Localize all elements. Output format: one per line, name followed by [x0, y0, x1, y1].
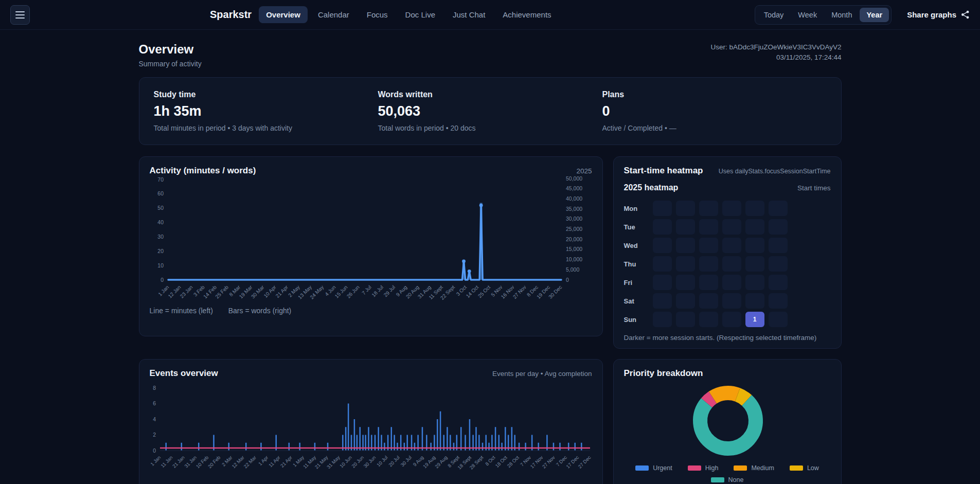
svg-text:50: 50: [157, 205, 164, 211]
legend-swatch: [711, 477, 724, 482]
legend-item-urgent: Urgent: [635, 464, 672, 472]
svg-text:10 Jun: 10 Jun: [338, 455, 353, 469]
svg-text:30,000: 30,000: [566, 216, 582, 222]
heatmap-cell: [769, 312, 788, 327]
svg-text:20: 20: [157, 248, 164, 254]
legend-swatch: [734, 465, 747, 471]
heatmap-row: Mon: [624, 201, 831, 216]
heatmap-cell: [769, 275, 788, 290]
stat-label: Plans: [602, 90, 827, 99]
heatmap-cell: [699, 312, 718, 327]
heatmap-cell: [722, 312, 741, 327]
heatmap-cell: [676, 275, 695, 290]
svg-text:10: 10: [157, 262, 164, 268]
heatmap-grid: MonTueWedThuFriSatSun1: [624, 201, 831, 327]
menu-button[interactable]: [10, 5, 30, 25]
heatmap-cell: [653, 238, 672, 253]
timeframe-today-button[interactable]: Today: [757, 8, 791, 22]
heatmap-day-label: Thu: [624, 260, 649, 268]
heatmap-cell: [676, 312, 695, 327]
svg-text:10 Jul: 10 Jul: [375, 455, 388, 468]
svg-text:20 Jun: 20 Jun: [350, 455, 365, 469]
svg-text:17 Nov: 17 Nov: [529, 454, 544, 469]
stat-label: Study time: [154, 90, 378, 99]
activity-chart-legend: Line = minutes (left) Bars = words (righ…: [150, 307, 592, 315]
svg-text:21 Apr: 21 Apr: [274, 284, 289, 299]
svg-text:23 Jan: 23 Jan: [179, 284, 193, 299]
nav-item-doc-live[interactable]: Doc Live: [398, 6, 442, 23]
svg-text:26 Jun: 26 Jun: [345, 284, 360, 299]
svg-text:35,000: 35,000: [566, 206, 582, 212]
svg-text:40,000: 40,000: [566, 195, 582, 202]
heatmap-cell: [722, 256, 741, 272]
heatmap-cell: [745, 275, 764, 290]
stat-subtext: Active / Completed • —: [602, 124, 827, 132]
heatmap-row: Tue: [624, 219, 831, 235]
heatmap-cell: [769, 293, 788, 309]
heatmap-day-label: Mon: [624, 205, 649, 212]
svg-text:70: 70: [157, 176, 164, 183]
timeframe-year-button[interactable]: Year: [860, 8, 889, 22]
svg-text:10,000: 10,000: [566, 256, 582, 262]
share-graphs-button[interactable]: Share graphs: [907, 10, 970, 19]
legend-swatch: [635, 465, 649, 471]
nav-item-achievements[interactable]: Achievements: [495, 6, 558, 23]
stat-words-written: Words written 50,063 Total words in peri…: [378, 90, 602, 132]
nav-item-just-chat[interactable]: Just Chat: [446, 6, 492, 23]
svg-text:2: 2: [153, 432, 156, 438]
svg-text:12 Jan: 12 Jan: [167, 284, 182, 299]
heatmap-cell: [745, 201, 764, 216]
timeframe-week-button[interactable]: Week: [791, 8, 824, 22]
brand-logo[interactable]: Sparkstr: [210, 9, 252, 21]
svg-text:30 Dec: 30 Dec: [547, 284, 563, 300]
legend-item-high: High: [688, 464, 719, 472]
svg-text:29 Aug: 29 Aug: [434, 455, 449, 470]
share-graphs-label: Share graphs: [907, 10, 956, 19]
heatmap-cell: [745, 256, 764, 272]
heatmap-cell: [745, 293, 764, 309]
svg-text:30 Jun: 30 Jun: [362, 455, 377, 469]
svg-text:50,000: 50,000: [566, 176, 582, 182]
heatmap-day-label: Sat: [624, 297, 649, 305]
legend-bars-note: Bars = words (right): [228, 307, 292, 315]
svg-text:10 Apr: 10 Apr: [262, 284, 277, 299]
legend-label: Low: [807, 464, 819, 472]
svg-text:15 Jun: 15 Jun: [333, 284, 348, 299]
nav-item-focus[interactable]: Focus: [360, 6, 395, 23]
svg-text:0: 0: [153, 447, 156, 454]
legend-swatch: [790, 465, 803, 471]
priority-breakdown-card: Priority breakdown UrgentHighMediumLowNo…: [613, 359, 842, 484]
legend-item-medium: Medium: [734, 464, 774, 472]
heatmap-cell: [653, 219, 672, 235]
heatmap-cell: [699, 293, 718, 309]
heatmap-cell: [722, 238, 741, 253]
heatmap-cell: [769, 201, 788, 216]
start-time-heatmap-card: Start-time heatmap Uses dailyStats.focus…: [613, 156, 842, 349]
heatmap-card-title: Start-time heatmap: [624, 166, 703, 176]
heatmap-cell: [769, 219, 788, 235]
timeframe-month-button[interactable]: Month: [825, 8, 859, 22]
svg-text:27 Nov: 27 Nov: [511, 284, 527, 300]
events-right-note: Events per day • Avg completion: [492, 370, 592, 378]
svg-text:20 Jul: 20 Jul: [387, 455, 401, 468]
svg-text:29 Jul: 29 Jul: [382, 284, 396, 298]
svg-text:28 Oct: 28 Oct: [506, 454, 520, 469]
svg-text:18 Jul: 18 Jul: [370, 284, 384, 298]
nav-item-calendar[interactable]: Calendar: [311, 6, 357, 23]
svg-text:25 Oct: 25 Oct: [476, 284, 491, 299]
svg-text:5,000: 5,000: [566, 266, 579, 273]
priority-legend-row: UrgentHighMediumLow: [624, 464, 831, 472]
page-title: Overview: [139, 42, 202, 57]
legend-swatch: [688, 465, 701, 471]
svg-text:31 Jan: 31 Jan: [183, 455, 198, 469]
hamburger-icon: [15, 11, 25, 12]
svg-text:15,000: 15,000: [566, 246, 582, 252]
events-overview-card: Events overview Events per day • Avg com…: [139, 359, 603, 484]
nav-item-overview[interactable]: Overview: [259, 6, 308, 23]
dashboard-grid: Activity (minutes / words) 2025 01020304…: [139, 156, 842, 484]
heatmap-day-label: Sun: [624, 316, 649, 324]
heatmap-cell: [653, 275, 672, 290]
svg-text:40: 40: [157, 219, 164, 225]
svg-text:31 May: 31 May: [325, 454, 341, 470]
svg-text:4: 4: [153, 416, 156, 422]
